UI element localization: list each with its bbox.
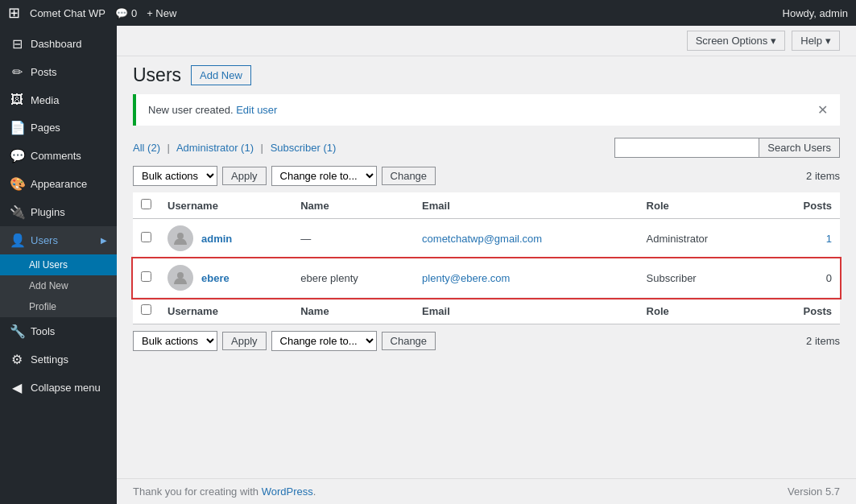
sidebar-item-add-new[interactable]: Add New — [0, 275, 117, 296]
wordpress-link[interactable]: WordPress — [262, 485, 313, 498]
avatar — [167, 265, 193, 291]
sidebar-item-comments[interactable]: 💬 Comments — [0, 142, 117, 170]
users-table: Username Name Email Role Posts — [133, 192, 840, 324]
name-footer-header: Name — [292, 298, 414, 324]
posts-column-header[interactable]: Posts — [767, 192, 840, 219]
sidebar-item-appearance[interactable]: 🎨 Appearance — [0, 170, 117, 198]
change-role-top-select[interactable]: Change role to... — [271, 166, 377, 186]
email-link[interactable]: plenty@ebere.com — [422, 272, 510, 284]
bulk-actions-bottom-select[interactable]: Bulk actions — [133, 331, 217, 351]
row-checkbox-cell — [133, 219, 159, 258]
email-link[interactable]: cometchatwp@gmail.com — [422, 233, 542, 245]
users-icon: 👤 — [10, 233, 24, 248]
change-role-bottom-select[interactable]: Change role to... — [271, 331, 377, 351]
sidebar-item-tools[interactable]: 🔧 Tools — [0, 317, 117, 345]
avatar — [167, 225, 193, 251]
change-bottom-button[interactable]: Change — [382, 332, 436, 350]
username-column-header[interactable]: Username — [159, 192, 292, 219]
settings-icon: ⚙ — [10, 352, 24, 367]
comments-nav-icon: 💬 — [10, 148, 24, 163]
footer-version: Version 5.7 — [788, 485, 840, 498]
search-input[interactable] — [614, 138, 759, 158]
chevron-icon: ▶ — [101, 236, 107, 245]
pages-icon: 📄 — [10, 120, 24, 135]
role-column-header: Role — [639, 192, 767, 219]
items-count-top: 2 items — [806, 170, 840, 182]
sidebar-item-media[interactable]: 🖼 Media — [0, 86, 117, 114]
help-button[interactable]: Help ▾ — [792, 31, 840, 51]
notice-dismiss-button[interactable]: ✕ — [817, 102, 828, 118]
table-footer-row: Username Name Email Role Posts — [133, 298, 840, 324]
collapse-icon: ◀ — [10, 380, 24, 395]
posts-footer-header[interactable]: Posts — [767, 298, 840, 324]
help-arrow-icon: ▾ — [825, 35, 831, 47]
sidebar-item-users[interactable]: 👤 Users ▶ — [0, 226, 117, 254]
sidebar-item-posts[interactable]: ✏ Posts — [0, 58, 117, 86]
filter-subscriber-link[interactable]: Subscriber (1) — [271, 142, 337, 154]
sidebar-item-plugins[interactable]: 🔌 Plugins — [0, 198, 117, 226]
select-all-header — [133, 192, 159, 219]
change-top-button[interactable]: Change — [382, 167, 436, 185]
add-new-button[interactable]: Add New — [191, 65, 251, 85]
apply-top-button[interactable]: Apply — [222, 167, 267, 185]
footer: Thank you for creating with WordPress. V… — [117, 478, 856, 504]
table-header-row: Username Name Email Role Posts — [133, 192, 840, 219]
filter-all-link[interactable]: All (2) — [133, 142, 163, 154]
posts-link[interactable]: 1 — [826, 233, 832, 245]
posts-cell: 1 — [767, 219, 840, 258]
email-column-header[interactable]: Email — [414, 192, 638, 219]
select-all-footer-checkbox[interactable] — [141, 304, 151, 315]
sep2: | — [261, 142, 263, 154]
sidebar-item-settings[interactable]: ⚙ Settings — [0, 345, 117, 374]
page-title: Users — [133, 64, 181, 86]
filter-links: All (2) | Administrator (1) | Subscriber… — [133, 142, 336, 154]
username-footer-header[interactable]: Username — [159, 298, 292, 324]
username-link[interactable]: admin — [201, 233, 232, 245]
screen-options-bar: Screen Options ▾ Help ▾ — [117, 26, 856, 56]
main-content: Screen Options ▾ Help ▾ Users Add New Ne… — [117, 26, 856, 504]
sep1: | — [167, 142, 170, 154]
site-name[interactable]: Comet Chat WP — [30, 7, 105, 19]
search-users-button[interactable]: Search Users — [759, 138, 840, 158]
sidebar-item-pages[interactable]: 📄 Pages — [0, 114, 117, 142]
edit-user-link[interactable]: Edit user — [236, 104, 277, 116]
screen-options-button[interactable]: Screen Options ▾ — [687, 31, 786, 51]
search-box: Search Users — [614, 138, 840, 158]
sidebar-item-collapse[interactable]: ◀ Collapse menu — [0, 374, 117, 402]
filter-administrator-link[interactable]: Administrator (1) — [176, 142, 257, 154]
name-cell: ebere plenty — [292, 258, 414, 298]
wp-logo-icon[interactable]: ⊞ — [8, 4, 20, 22]
appearance-icon: 🎨 — [10, 176, 24, 192]
new-menu[interactable]: + New — [147, 7, 176, 19]
bulk-actions-top-select[interactable]: Bulk actions — [133, 166, 217, 186]
username-cell: ebere — [159, 258, 292, 298]
sidebar-item-profile[interactable]: Profile — [0, 296, 117, 317]
success-notice: New user created. Edit user ✕ — [133, 94, 840, 126]
row-checkbox[interactable] — [141, 232, 151, 242]
posts-cell: 0 — [767, 258, 840, 298]
select-all-footer — [133, 298, 159, 324]
comments-icon: 💬 — [115, 7, 128, 19]
email-footer-header[interactable]: Email — [414, 298, 638, 324]
content-area: Users Add New New user created. Edit use… — [117, 56, 856, 478]
plugins-icon: 🔌 — [10, 204, 24, 220]
email-cell: cometchatwp@gmail.com — [414, 219, 638, 258]
media-icon: 🖼 — [10, 93, 24, 107]
sidebar-item-all-users[interactable]: All Users — [0, 254, 117, 275]
row-checkbox[interactable] — [141, 271, 151, 282]
svg-point-0 — [177, 233, 184, 239]
items-count-bottom: 2 items — [806, 335, 840, 347]
howdy-text: Howdy, admin — [783, 7, 848, 19]
apply-bottom-button[interactable]: Apply — [222, 332, 267, 350]
username-cell: admin — [159, 219, 292, 258]
sidebar-item-dashboard[interactable]: ⊟ Dashboard — [0, 30, 117, 58]
username-link[interactable]: ebere — [201, 272, 230, 284]
footer-left: Thank you for creating with WordPress. — [133, 485, 316, 498]
bulk-actions-top-left: Bulk actions Apply Change role to... Cha… — [133, 166, 436, 186]
dashboard-icon: ⊟ — [10, 36, 24, 52]
sidebar: ⊟ Dashboard ✏ Posts 🖼 Media 📄 Pages 💬 Co… — [0, 26, 117, 504]
select-all-checkbox[interactable] — [141, 199, 151, 209]
role-cell: Subscriber — [639, 258, 767, 298]
bulk-actions-bottom: Bulk actions Apply Change role to... Cha… — [133, 331, 840, 351]
comments-link[interactable]: 💬 0 — [115, 7, 137, 19]
